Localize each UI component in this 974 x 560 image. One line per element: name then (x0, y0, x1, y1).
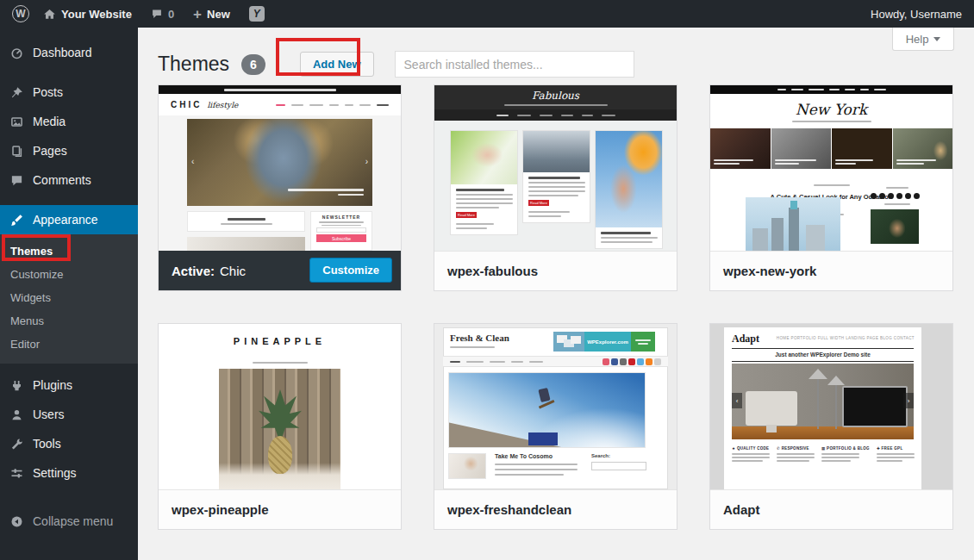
sidebar-item-comments[interactable]: Comments (0, 165, 138, 195)
text-placeholder (896, 163, 924, 165)
sidebar-item-plugins[interactable]: Plugins (0, 370, 138, 400)
pineapple-leaves-shape (259, 389, 302, 443)
sidebar-item-settings[interactable]: Settings (0, 458, 138, 488)
chic-hero-photo: ‹ › (187, 119, 372, 206)
theme-name-label: wpex-freshandclean (434, 489, 677, 529)
menu-separator (0, 195, 138, 205)
theme-card-wpex-new-york[interactable]: New York (709, 84, 953, 291)
text-placeholder (775, 163, 799, 165)
text-placeholder (450, 346, 495, 348)
sidebar-label: Media (33, 115, 66, 128)
sidebar-label: Pages (33, 144, 67, 158)
submenu-item-menus[interactable]: Menus (0, 309, 138, 333)
blue-box-shape (528, 432, 558, 445)
text-placeholder (821, 453, 859, 455)
sidebar-item-pages[interactable]: Pages (0, 136, 138, 165)
text-placeholder (338, 194, 364, 196)
new-content-link[interactable]: New (193, 7, 230, 22)
theme-card-adapt[interactable]: Adapt HOME PORTFOLIO FULL WIDTH LANDING … (709, 323, 953, 530)
submenu-item-widgets[interactable]: Widgets (0, 286, 138, 309)
yoast-seo-menu[interactable]: Y (249, 6, 265, 22)
newsletter-heading: NEWSLETTER (322, 215, 360, 220)
page-title: Themes (158, 53, 229, 76)
text-placeholder (528, 182, 585, 184)
howdy-account-link[interactable]: Howdy, Username (871, 8, 962, 21)
text-placeholder (291, 104, 303, 106)
building-shape (789, 208, 799, 251)
adapt-logo: Adapt (732, 333, 759, 345)
text-placeholder (450, 361, 460, 363)
sidebar-item-posts[interactable]: Posts (0, 78, 138, 107)
collapse-menu-button[interactable]: Collapse menu (0, 507, 138, 536)
text-placeholder (886, 187, 908, 189)
text-placeholder (511, 361, 523, 363)
text-placeholder (456, 189, 504, 191)
lamp-shade-shape (809, 369, 827, 379)
new-label: New (207, 8, 230, 21)
theme-card-wpex-freshandclean[interactable]: Fresh & Clean WPExplorer.com (434, 323, 677, 530)
text-placeholder (319, 221, 364, 223)
annotation-box-add-new (276, 38, 360, 76)
chic-newsletter-box: NEWSLETTER Subscribe (310, 211, 372, 251)
theme-screenshot: Fabulous (434, 85, 677, 251)
text-placeholder (877, 460, 902, 462)
site-name-link[interactable]: Your Website (43, 8, 132, 21)
text-placeholder (529, 361, 543, 363)
text-placeholder (456, 223, 494, 225)
featured-photo (710, 128, 771, 169)
desk-shape (732, 426, 914, 439)
yoast-icon: Y (249, 6, 265, 22)
chic-post-photo (187, 237, 305, 251)
page-header: Themes 6 Add New (158, 45, 634, 84)
promo-strip (159, 85, 401, 94)
sidebar-item-media[interactable]: Media (0, 107, 138, 136)
sidebar-item-users[interactable]: Users (0, 400, 138, 429)
read-more-chip: Read More (456, 212, 477, 218)
text-placeholder (835, 159, 873, 161)
text-placeholder (224, 89, 336, 91)
active-theme-bar: Active: Chic Customize (159, 251, 401, 290)
fabulous-nav (434, 109, 677, 121)
feature-column: ★ QUALITY CODE (732, 446, 770, 462)
theme-card-wpex-pineapple[interactable]: PINEAPPLE wpex-pineapple (158, 323, 402, 530)
feature-column: ✆ RESPONSIVE (777, 446, 815, 462)
wordpress-logo-menu[interactable]: W (12, 5, 29, 22)
comments-count: 0 (168, 8, 174, 21)
featured-photo (832, 128, 892, 169)
text-placeholder (456, 198, 513, 200)
text-placeholder (345, 104, 353, 106)
submenu-item-editor[interactable]: Editor (0, 333, 138, 356)
help-tab[interactable]: Help (892, 28, 954, 51)
customize-button[interactable]: Customize (309, 258, 392, 283)
text-placeholder (466, 361, 484, 363)
text-placeholder (528, 190, 585, 192)
text-placeholder (792, 121, 871, 122)
comments-link[interactable]: 0 (151, 8, 174, 21)
newsletter-input (316, 227, 366, 233)
theme-card-chic[interactable]: CHIC lifestyle ‹ › (158, 84, 402, 291)
text-placeholder (845, 89, 855, 90)
text-placeholder (777, 89, 786, 90)
theme-card-wpex-fabulous[interactable]: Fabulous (434, 84, 677, 291)
text-placeholder (495, 469, 578, 470)
fresh-hero-photo (448, 372, 646, 448)
chic-logo-script: lifestyle (207, 101, 238, 109)
wordpress-logo-icon: W (12, 5, 29, 22)
theme-count-badge: 6 (241, 54, 265, 75)
text-placeholder (714, 163, 740, 165)
sidebar-item-dashboard[interactable]: Dashboard (0, 38, 138, 67)
text-placeholder (602, 115, 615, 116)
search-input[interactable] (395, 51, 634, 78)
text-placeholder (288, 189, 364, 191)
building-shape (806, 225, 825, 251)
featured-photo (771, 128, 832, 169)
text-placeholder (835, 163, 856, 165)
skater-shape (538, 388, 550, 402)
prev-arrow-icon: ‹ (191, 157, 194, 166)
text-placeholder (821, 460, 851, 462)
sidebar-item-appearance[interactable]: Appearance (0, 205, 138, 234)
pineapple-body-shape (268, 436, 292, 474)
sidebar-item-tools[interactable]: Tools (0, 429, 138, 458)
submenu-item-customize[interactable]: Customize (0, 263, 138, 286)
theme-screenshot: Fresh & Clean WPExplorer.com (434, 324, 677, 489)
